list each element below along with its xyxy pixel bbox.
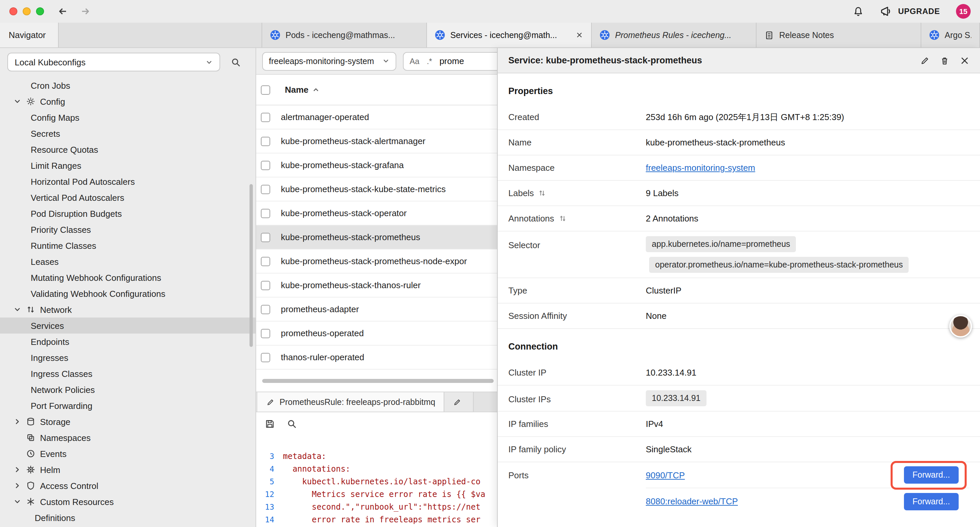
line-content: error rate in freeleaps metrics ser — [283, 515, 480, 524]
namespace-selector[interactable]: freeleaps-monitoring-system — [262, 52, 396, 70]
sidebar-item-namespaces[interactable]: Namespaces — [0, 430, 256, 446]
field-value: 10.233.14.91 — [646, 368, 969, 377]
sort-toggle-icon[interactable] — [559, 215, 566, 222]
sidebar-scrollbar[interactable] — [250, 184, 253, 347]
editor-tab-prometheusrule[interactable]: PrometheusRule: freeleaps-prod-rabbitmq — [258, 392, 445, 412]
chip-list: app.kubernetes.io/name=prometheusoperato… — [646, 236, 969, 273]
row-checkbox[interactable] — [261, 161, 270, 170]
sidebar-item-cron-jobs[interactable]: Cron Jobs — [0, 77, 256, 93]
line-number: 4 — [256, 464, 283, 473]
name-column-header[interactable]: Name — [285, 85, 309, 95]
sidebar-item-access-control[interactable]: Access Control — [0, 478, 256, 494]
close-icon[interactable] — [576, 31, 583, 39]
kubeconfig-selector[interactable]: Local Kubeconfigs — [7, 53, 220, 72]
sidebar-item-config[interactable]: Config — [0, 93, 256, 110]
forward-arrow-icon[interactable] — [80, 6, 91, 17]
sidebar-item-custom-resources[interactable]: Custom Resources — [0, 494, 256, 509]
edit-icon[interactable] — [920, 56, 929, 65]
sidebar-item-runtime-classes[interactable]: Runtime Classes — [0, 237, 256, 253]
navigator-tab[interactable]: Navigator — [0, 23, 59, 47]
sidebar-item-services[interactable]: Services — [0, 318, 256, 334]
properties-section-title: Properties — [498, 73, 980, 105]
row-checkbox[interactable] — [261, 353, 270, 362]
trash-icon[interactable] — [940, 56, 949, 65]
sidebar-item-port-forwarding[interactable]: Port Forwarding — [0, 398, 256, 414]
tab-release-notes[interactable]: Release Notes — [757, 23, 921, 47]
match-case-toggle[interactable]: Aa — [410, 56, 419, 66]
sidebar-item-network[interactable]: Network — [0, 301, 256, 318]
sidebar-item-network-policies[interactable]: Network Policies — [0, 382, 256, 398]
select-all-checkbox[interactable] — [261, 85, 270, 94]
minimize-window-button[interactable] — [23, 7, 31, 15]
chevron-right-icon[interactable] — [12, 464, 23, 475]
tab-prometheus-rules-icecheng[interactable]: Prometheus Rules - icecheng... — [592, 23, 757, 47]
row-checkbox[interactable] — [261, 137, 270, 146]
close-icon[interactable] — [960, 56, 969, 65]
sidebar-item-resource-quotas[interactable]: Resource Quotas — [0, 142, 256, 158]
sidebar-item-leases[interactable]: Leases — [0, 253, 256, 269]
bell-icon[interactable] — [853, 6, 864, 17]
chevron-down-icon[interactable] — [12, 96, 23, 107]
sort-ascending-icon[interactable] — [313, 86, 320, 93]
row-checkbox[interactable] — [261, 280, 270, 290]
sidebar-item-definitions[interactable]: Definitions — [0, 509, 256, 525]
notification-badge[interactable]: 15 — [956, 4, 970, 19]
sidebar-item-vertical-pod-autoscalers[interactable]: Vertical Pod Autoscalers — [0, 189, 256, 205]
row-checkbox[interactable] — [261, 185, 270, 194]
row-checkbox[interactable] — [261, 304, 270, 314]
regex-toggle[interactable]: .* — [426, 56, 432, 66]
sidebar-item-events[interactable]: Events — [0, 446, 256, 462]
sort-toggle-icon[interactable] — [539, 189, 546, 197]
sidebar-item-ingress-classes[interactable]: Ingress Classes — [0, 366, 256, 382]
sidebar-item-mutating-webhook-configurations[interactable]: Mutating Webhook Configurations — [0, 269, 256, 285]
user-avatar[interactable] — [949, 315, 972, 338]
port-link[interactable]: 9090/TCP — [646, 470, 685, 480]
chevron-right-icon[interactable] — [12, 480, 23, 491]
sidebar-item-label: Config Maps — [31, 112, 80, 123]
row-checkbox[interactable] — [261, 328, 270, 338]
detail-row-type: TypeClusterIP — [498, 278, 980, 304]
sidebar-item-priority-classes[interactable]: Priority Classes — [0, 221, 256, 237]
service-name: kube-prometheus-stack-prometheus — [281, 232, 420, 242]
field-label-text: Session Affinity — [508, 311, 567, 321]
sidebar-item-config-maps[interactable]: Config Maps — [0, 110, 256, 126]
sidebar-item-horizontal-pod-autoscalers[interactable]: Horizontal Pod Autoscalers — [0, 174, 256, 189]
tab-argo-s[interactable]: Argo S... — [921, 23, 980, 47]
row-checkbox[interactable] — [261, 256, 270, 266]
forward-button[interactable]: Forward... — [904, 493, 959, 510]
search-icon[interactable] — [231, 57, 241, 67]
search-input[interactable]: prome — [439, 56, 464, 66]
row-checkbox[interactable] — [261, 112, 270, 122]
service-name: prometheus-operated — [281, 328, 364, 338]
sidebar-item-secrets[interactable]: Secrets — [0, 126, 256, 142]
field-value: 9 Labels — [646, 188, 969, 198]
sidebar-item-storage[interactable]: Storage — [0, 414, 256, 430]
row-checkbox[interactable] — [261, 209, 270, 218]
save-icon[interactable] — [265, 419, 275, 428]
sidebar-item-ingresses[interactable]: Ingresses — [0, 350, 256, 366]
port-link[interactable]: 8080:reloader-web/TCP — [646, 496, 738, 506]
sidebar-item-validating-webhook-configurations[interactable]: Validating Webhook Configurations — [0, 285, 256, 301]
row-checkbox[interactable] — [261, 232, 270, 242]
upgrade-button[interactable]: UPGRADE — [880, 5, 940, 18]
zoom-window-button[interactable] — [36, 7, 44, 15]
sidebar-item-helm[interactable]: Helm — [0, 462, 256, 478]
field-label: IP families — [508, 419, 646, 429]
horizontal-scrollbar[interactable] — [262, 379, 494, 383]
forward-button[interactable]: Forward... — [904, 466, 959, 484]
back-arrow-icon[interactable] — [57, 6, 68, 17]
field-value: app.kubernetes.io/name=prometheusoperato… — [646, 236, 969, 273]
sidebar-item-pod-disruption-budgets[interactable]: Pod Disruption Budgets — [0, 205, 256, 221]
sidebar-item-limit-ranges[interactable]: Limit Ranges — [0, 158, 256, 174]
field-link[interactable]: freeleaps-monitoring-system — [646, 163, 755, 173]
tab-pods-icecheng-mathmas[interactable]: Pods - icecheng@mathmas... — [262, 23, 427, 47]
detail-row-ip-families: IP familiesIPv4 — [498, 412, 980, 437]
close-window-button[interactable] — [10, 7, 18, 15]
chevron-down-icon[interactable] — [12, 496, 23, 507]
chevron-down-icon[interactable] — [12, 304, 23, 315]
tab-services-icecheng-math[interactable]: Services - icecheng@math... — [427, 23, 592, 47]
editor-tab-partial[interactable] — [445, 392, 474, 412]
chevron-right-icon[interactable] — [12, 416, 23, 427]
search-icon[interactable] — [287, 419, 297, 428]
sidebar-item-endpoints[interactable]: Endpoints — [0, 334, 256, 350]
